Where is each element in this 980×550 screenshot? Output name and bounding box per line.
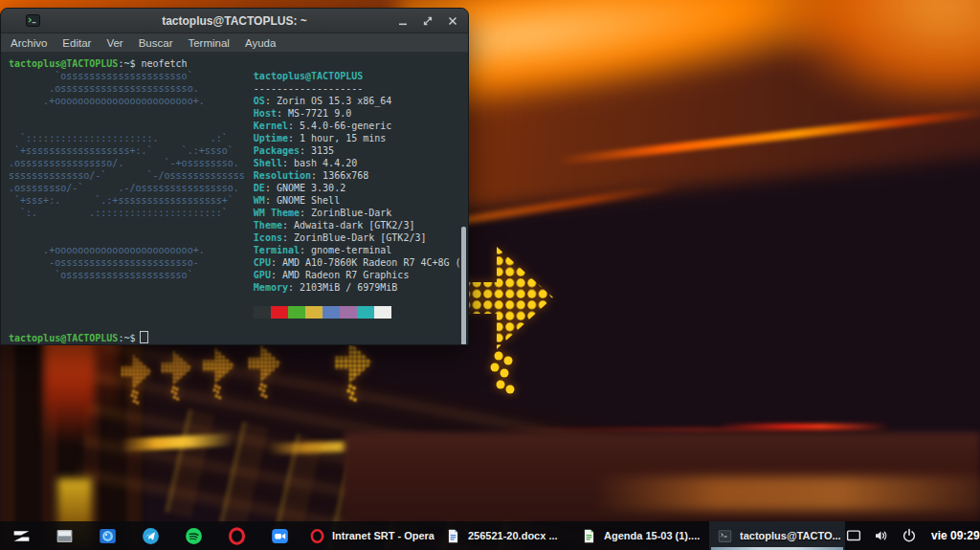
neofetch-cpu: CPU: AMD A10-7860K Radeon R7 4C+8G ( [254, 256, 461, 269]
palette-swatch [271, 306, 288, 319]
power-button[interactable] [901, 527, 918, 544]
taskbar-launchers [0, 521, 301, 550]
zoom-launcher[interactable] [258, 521, 301, 550]
show-desktop-icon [845, 527, 862, 544]
taskbar-windows: Intranet SRT - Opera256521-20.docx ...Ag… [301, 521, 845, 550]
neofetch-memory: Memory: 2103MiB / 6979MiB [254, 281, 461, 294]
opera-launcher[interactable] [215, 521, 258, 550]
led-arrow-icon [202, 343, 236, 403]
led-arrow-icon [460, 233, 556, 404]
taskbar-window-button[interactable]: Agenda 15-03 (1).... [573, 521, 709, 550]
spotify-icon [184, 526, 204, 546]
terminal-window: tactoplus@TACTOPLUS: ~ ArchivoEditarVerB… [0, 8, 469, 345]
led-arrow [121, 350, 153, 411]
neofetch-de: DE: GNOME 3.30.2 [254, 182, 461, 194]
zoom-icon [270, 526, 290, 546]
wallpaper-corner-glow [785, 0, 980, 105]
palette-swatch [374, 306, 391, 319]
palette-swatch [357, 306, 374, 319]
taskbar-window-button[interactable]: 256521-20.docx ... [437, 521, 573, 550]
neofetch-uptime: Uptime: 1 hour, 15 mins [254, 132, 461, 144]
taskbar-window-button[interactable]: tactoplus@TACTO... [709, 521, 845, 550]
menu-ayuda[interactable]: Ayuda [237, 37, 283, 49]
wallpaper-orange-reflection [593, 476, 980, 511]
neofetch-info: tactoplus@TACTOPLUS-------------------OS… [254, 70, 461, 319]
window-button-label: Agenda 15-03 (1).... [604, 530, 700, 541]
camera-app-launcher[interactable] [86, 521, 129, 550]
neofetch-host: Host: MS-7721 9.0 [254, 107, 461, 120]
window-button-label: 256521-20.docx ... [468, 530, 558, 541]
window-button-label: tactoplus@TACTO... [740, 530, 841, 541]
close-icon[interactable] [445, 13, 459, 28]
terminal-scrollbar[interactable] [461, 227, 466, 345]
menu-editar[interactable]: Editar [55, 37, 99, 49]
taskbar-window-button[interactable]: Intranet SRT - Opera [301, 521, 437, 550]
neofetch-kernel: Kernel: 5.4.0-66-generic [254, 120, 461, 132]
led-arrow [247, 341, 283, 406]
neofetch-gpu: GPU: AMD Radeon R7 Graphics [254, 269, 461, 281]
minimize-icon[interactable] [395, 13, 410, 28]
terminal-icon [717, 528, 733, 544]
neofetch-terminal: Terminal: gnome-terminal [254, 244, 461, 256]
camera-app-icon [98, 526, 118, 546]
zorin-menu-launcher[interactable] [0, 521, 43, 550]
neofetch-shell: Shell: bash 4.4.20 [254, 157, 461, 169]
neofetch-os: OS: Zorin OS 15.3 x86_64 [254, 95, 461, 107]
typed-command: neofetch [141, 58, 187, 69]
terminal-color-palette [254, 306, 461, 319]
show-desktop-button[interactable] [845, 527, 862, 544]
led-arrow [460, 233, 556, 407]
neofetch-header: tactoplus@TACTOPLUS [254, 70, 461, 82]
taskbar-clock: vie 09:29 [931, 529, 980, 542]
zorin-ascii-logo: `osssssssssssssssssssso` .osssssssssssss… [9, 70, 245, 319]
neofetch-icons: Icons: ZorinBlue-Dark [GTK2/3] [254, 231, 461, 244]
writer-doc-icon [445, 528, 461, 544]
led-arrow-icon [331, 337, 377, 406]
menu-ver[interactable]: Ver [99, 37, 130, 49]
terminal-cursor [140, 331, 148, 343]
volume-icon [873, 527, 890, 544]
shell-prompt-line-2: tactoplus@TACTOPLUS:~$ [9, 331, 468, 343]
neofetch-theme: Theme: Adwaita-dark [GTK2/3] [254, 219, 461, 231]
led-arrow [331, 337, 377, 409]
neofetch-underline: ------------------- [254, 82, 461, 95]
palette-swatch [305, 306, 323, 319]
led-arrow-icon [247, 341, 283, 402]
terminal-body[interactable]: tactoplus@TACTOPLUS:~$neofetch `osssssss… [1, 53, 468, 345]
files-icon [55, 526, 75, 546]
green-doc-icon [581, 528, 597, 544]
menubar: ArchivoEditarVerBuscarTerminalAyuda [1, 33, 468, 53]
taskbar: Intranet SRT - Opera256521-20.docx ...Ag… [0, 521, 980, 550]
desktop: 09:29 [0, 0, 980, 550]
palette-swatch [288, 306, 305, 319]
power-icon [901, 527, 918, 544]
system-tray: vie 09:29 [845, 527, 980, 544]
opera-icon [227, 526, 247, 546]
opera-icon [309, 528, 325, 544]
palette-swatch [254, 306, 271, 319]
telegram-launcher[interactable] [129, 521, 172, 550]
neofetch-resolution: Resolution: 1366x768 [254, 169, 461, 182]
menu-buscar[interactable]: Buscar [131, 37, 181, 49]
files-launcher[interactable] [43, 521, 86, 550]
shell-prompt-line: tactoplus@TACTOPLUS:~$neofetch [9, 57, 468, 70]
neofetch-packages: Packages: 3135 [254, 144, 461, 157]
window-button-label: Intranet SRT - Opera [332, 530, 434, 541]
palette-swatch [323, 306, 340, 319]
led-arrow-icon [161, 346, 193, 404]
spotify-launcher[interactable] [172, 521, 215, 550]
titlebar[interactable]: tactoplus@TACTOPLUS: ~ [1, 9, 468, 33]
palette-swatch [340, 306, 357, 319]
unmaximize-icon[interactable] [420, 13, 434, 28]
led-arrow-icon [121, 350, 153, 407]
terminal-icon [26, 14, 40, 27]
zorin-menu-icon [11, 526, 32, 546]
neofetch-wm-theme: WM Theme: ZorinBlue-Dark [254, 207, 461, 219]
volume-button[interactable] [873, 527, 890, 544]
menu-terminal[interactable]: Terminal [180, 37, 236, 49]
led-arrow [161, 346, 193, 407]
led-arrow [202, 343, 236, 407]
menu-archivo[interactable]: Archivo [3, 37, 55, 49]
wallpaper-red-line-2 [498, 428, 900, 431]
neofetch-wm: WM: GNOME Shell [254, 194, 461, 207]
